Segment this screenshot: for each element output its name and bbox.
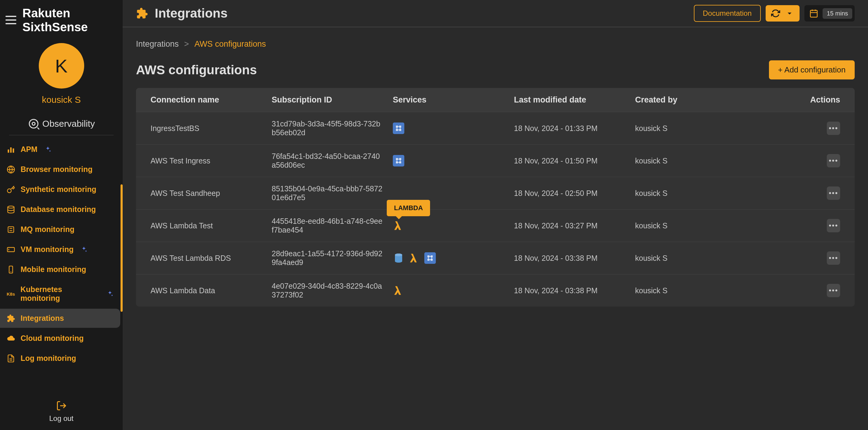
row-actions-button[interactable]: ••• bbox=[827, 219, 840, 232]
nav-icon bbox=[7, 185, 15, 194]
nav-label: Database monitoring bbox=[21, 205, 96, 214]
topbar-left: Integrations bbox=[136, 6, 694, 21]
avatar[interactable]: K bbox=[39, 43, 84, 89]
service-icon-loadbalancer bbox=[393, 155, 404, 167]
cell-actions: ••• bbox=[756, 219, 840, 232]
table-row: AWS Lambda Test4455418e-eed8-46b1-a748-c… bbox=[136, 209, 855, 242]
cell-actions: ••• bbox=[756, 122, 840, 135]
topbar-title: Integrations bbox=[155, 6, 227, 21]
svg-rect-5 bbox=[13, 148, 14, 152]
cell-actions: ••• bbox=[756, 187, 840, 200]
breadcrumb-root[interactable]: Integrations bbox=[136, 39, 179, 49]
cell-createdby: kousick S bbox=[635, 124, 756, 133]
time-range-selector[interactable]: 15 mins bbox=[804, 5, 855, 22]
sidebar-item-apm[interactable]: APM bbox=[0, 140, 120, 159]
sidebar-item-mq-monitoring[interactable]: MQ monitoring bbox=[0, 220, 120, 239]
nav-label: MQ monitoring bbox=[21, 225, 74, 234]
breadcrumb: Integrations > AWS configurations bbox=[136, 39, 855, 49]
sidebar-item-log-monitoring[interactable]: Log monitoring bbox=[0, 349, 120, 368]
nav-icon bbox=[7, 354, 15, 363]
table-row: AWS Test Ingress76fa54c1-bd32-4a50-bcaa-… bbox=[136, 144, 855, 177]
sidebar-item-synthetic-monitoring[interactable]: Synthetic monitoring bbox=[0, 180, 120, 199]
cell-subscription: 76fa54c1-bd32-4a50-bcaa-2740a56d06ec bbox=[272, 152, 393, 170]
topbar: Integrations Documentation 15 mins bbox=[123, 0, 868, 27]
svg-rect-4 bbox=[10, 147, 12, 153]
sidebar-item-vm-monitoring[interactable]: VM monitoring bbox=[0, 240, 120, 259]
table-row: AWS Test Lambda RDS28d9eac1-1a55-4172-93… bbox=[136, 242, 855, 274]
table-row: IngressTestBS31cd79ab-3d3a-45f5-98d3-732… bbox=[136, 112, 855, 144]
svg-rect-3 bbox=[8, 149, 9, 153]
cell-subscription: 4e07e029-340d-4c83-8229-4c0a37273f02 bbox=[272, 282, 393, 299]
cell-date: 18 Nov, 2024 - 03:27 PM bbox=[514, 221, 635, 230]
nav-icon bbox=[7, 334, 15, 343]
cell-createdby: kousick S bbox=[635, 189, 756, 198]
svg-point-23 bbox=[395, 254, 402, 256]
row-actions-button[interactable]: ••• bbox=[827, 284, 840, 297]
cell-services bbox=[393, 285, 514, 296]
nav-label: APM bbox=[21, 145, 37, 154]
username: kousick S bbox=[42, 95, 81, 105]
documentation-button[interactable]: Documentation bbox=[694, 5, 761, 22]
configurations-table: Connection name Subscription ID Services… bbox=[136, 88, 855, 307]
scroll-indicator[interactable] bbox=[121, 184, 123, 312]
cell-actions: ••• bbox=[756, 284, 840, 297]
brand-line2: SixthSense bbox=[23, 20, 88, 34]
sidebar-item-integrations[interactable]: Integrations bbox=[0, 309, 120, 328]
chevron-down-icon bbox=[785, 9, 794, 18]
svg-point-0 bbox=[29, 119, 38, 128]
logout-label: Log out bbox=[49, 414, 73, 423]
brand-line1: Rakuten bbox=[23, 6, 88, 20]
row-actions-button[interactable]: ••• bbox=[827, 187, 840, 200]
col-header-subscription: Subscription ID bbox=[272, 95, 393, 105]
sidebar-item-mobile-monitoring[interactable]: Mobile monitoring bbox=[0, 260, 120, 279]
refresh-icon bbox=[771, 9, 780, 18]
nav-icon bbox=[7, 314, 15, 323]
svg-rect-14 bbox=[9, 266, 13, 273]
sidebar-item-browser-monitoring[interactable]: Browser monitoring bbox=[0, 160, 120, 179]
cell-services bbox=[393, 122, 514, 134]
cell-subscription: 4455418e-eed8-46b1-a748-c9eef7bae454 bbox=[272, 217, 393, 234]
row-actions-button[interactable]: ••• bbox=[827, 122, 840, 135]
row-actions-button[interactable]: ••• bbox=[827, 251, 840, 265]
avatar-section: K kousick S bbox=[0, 40, 123, 113]
service-icon-loadbalancer bbox=[424, 252, 436, 264]
table-row: AWS Lambda Data4e07e029-340d-4c83-8229-4… bbox=[136, 274, 855, 307]
nav-label: Cloud monitoring bbox=[21, 334, 84, 343]
cell-subscription: 28d9eac1-1a55-4172-936d-9d929fa4aed9 bbox=[272, 249, 393, 267]
sparkle-icon bbox=[106, 290, 114, 297]
nav-label: Kubernetes monitoring bbox=[21, 285, 100, 303]
cell-actions: ••• bbox=[756, 251, 840, 265]
cell-date: 18 Nov, 2024 - 01:33 PM bbox=[514, 124, 635, 133]
sidebar-item-database-monitoring[interactable]: Database monitoring bbox=[0, 200, 120, 219]
calendar-icon bbox=[809, 9, 818, 18]
nav-icon bbox=[7, 165, 15, 174]
row-actions-button[interactable]: ••• bbox=[827, 154, 840, 167]
observability-label: Observability bbox=[42, 119, 95, 129]
col-header-actions: Actions bbox=[756, 95, 840, 105]
col-header-services: Services bbox=[393, 95, 514, 105]
nav-icon bbox=[7, 265, 15, 274]
cell-services bbox=[393, 155, 514, 167]
table-header: Connection name Subscription ID Services… bbox=[136, 88, 855, 112]
sparkle-icon bbox=[44, 146, 52, 153]
hamburger-icon[interactable] bbox=[5, 16, 17, 24]
service-tooltip: LAMBDA bbox=[387, 200, 430, 216]
sidebar: Rakuten SixthSense K kousick S Observabi… bbox=[0, 0, 123, 430]
col-header-name: Connection name bbox=[151, 95, 272, 105]
svg-point-1 bbox=[32, 122, 35, 125]
divider bbox=[9, 135, 114, 135]
puzzle-icon bbox=[136, 7, 148, 20]
cell-actions: ••• bbox=[756, 154, 840, 167]
sidebar-item-kubernetes-monitoring[interactable]: K8sKubernetes monitoring bbox=[0, 280, 120, 308]
sidebar-item-cloud-monitoring[interactable]: Cloud monitoring bbox=[0, 329, 120, 348]
refresh-button[interactable] bbox=[766, 5, 800, 22]
svg-point-8 bbox=[8, 206, 14, 208]
nav-icon bbox=[7, 145, 15, 154]
table-row: AWS Test Sandheep85135b04-0e9a-45ca-bbb7… bbox=[136, 177, 855, 209]
nav-label: Mobile monitoring bbox=[21, 265, 86, 274]
logout-button[interactable]: Log out bbox=[0, 393, 123, 430]
add-configuration-button[interactable]: + Add configuration bbox=[769, 60, 855, 80]
table-body: IngressTestBS31cd79ab-3d3a-45f5-98d3-732… bbox=[136, 112, 855, 307]
cell-name: AWS Lambda Data bbox=[151, 286, 272, 295]
cell-createdby: kousick S bbox=[635, 254, 756, 263]
